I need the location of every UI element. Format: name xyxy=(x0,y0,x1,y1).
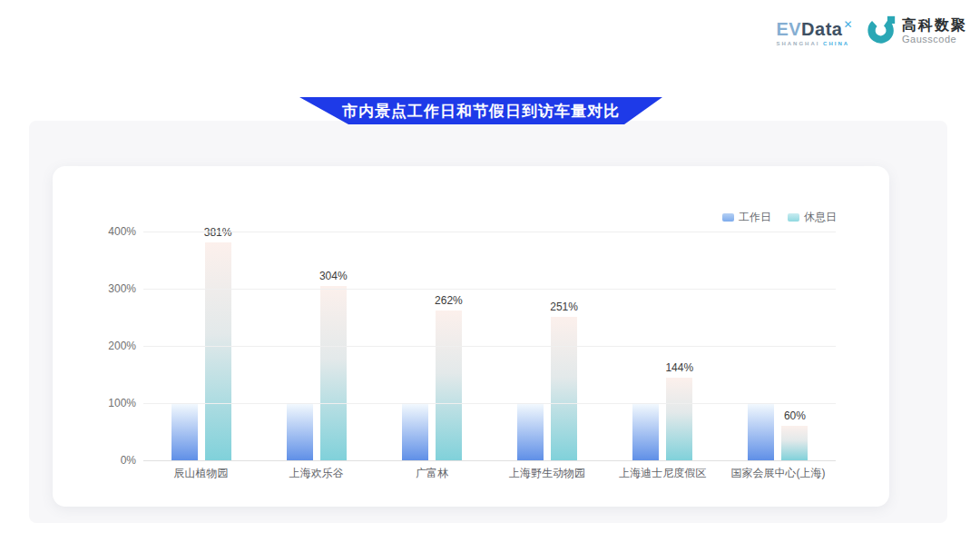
gridline xyxy=(143,289,836,290)
x-axis-line xyxy=(143,460,836,461)
y-tick-label: 200% xyxy=(98,340,136,352)
bar-workday xyxy=(632,403,659,460)
gridline xyxy=(143,346,836,347)
bar-value-label: 144% xyxy=(650,361,710,374)
gridline xyxy=(143,403,836,404)
bar-restday xyxy=(666,378,692,460)
x-axis-label: 上海野生动物园 xyxy=(490,466,605,481)
bar-value-label: 262% xyxy=(418,294,478,307)
legend-marker-restday xyxy=(788,213,799,222)
legend-item-workday[interactable]: 工作日 xyxy=(722,210,771,225)
bar-restday xyxy=(436,310,462,460)
bar-value-label: 381% xyxy=(188,226,248,239)
bar-value-label: 304% xyxy=(303,270,363,282)
report-page: EVData✕ SHANGHAI CHINA 高科数聚 Gausscode 市内… xyxy=(0,0,980,552)
y-tick-label: 100% xyxy=(98,397,136,409)
bar-workday xyxy=(402,403,428,460)
legend-item-restday[interactable]: 休息日 xyxy=(788,210,837,225)
legend-label: 休息日 xyxy=(804,210,837,225)
bar-chart: 工作日休息日 381%辰山植物园304%上海欢乐谷262%广富林251%上海野生… xyxy=(0,0,980,552)
x-axis-label: 国家会展中心(上海) xyxy=(720,466,836,481)
bar-restday xyxy=(205,242,231,460)
x-axis-label: 上海欢乐谷 xyxy=(259,466,374,481)
x-axis-label: 广富林 xyxy=(374,466,489,481)
chart-legend: 工作日休息日 xyxy=(722,210,837,225)
bar-workday xyxy=(172,403,198,460)
bar-value-label: 251% xyxy=(534,301,594,313)
chart-title: 市内景点工作日和节假日到访车量对比 xyxy=(342,101,620,122)
gridline xyxy=(143,232,836,232)
legend-marker-workday xyxy=(722,213,734,222)
bar-value-label: 60% xyxy=(765,409,825,422)
bar-workday xyxy=(517,403,544,460)
legend-label: 工作日 xyxy=(739,210,771,225)
x-axis-label: 辰山植物园 xyxy=(143,466,259,481)
y-tick-label: 400% xyxy=(98,225,136,238)
bar-restday xyxy=(551,317,577,460)
bar-restday xyxy=(320,286,347,460)
bar-workday xyxy=(287,403,313,460)
y-tick-label: 0% xyxy=(98,454,136,467)
chart-title-banner: 市内景点工作日和节假日到访车量对比 xyxy=(299,97,662,124)
y-tick-label: 300% xyxy=(98,282,136,295)
x-axis-label: 上海迪士尼度假区 xyxy=(605,466,720,481)
bar-restday xyxy=(781,426,808,460)
